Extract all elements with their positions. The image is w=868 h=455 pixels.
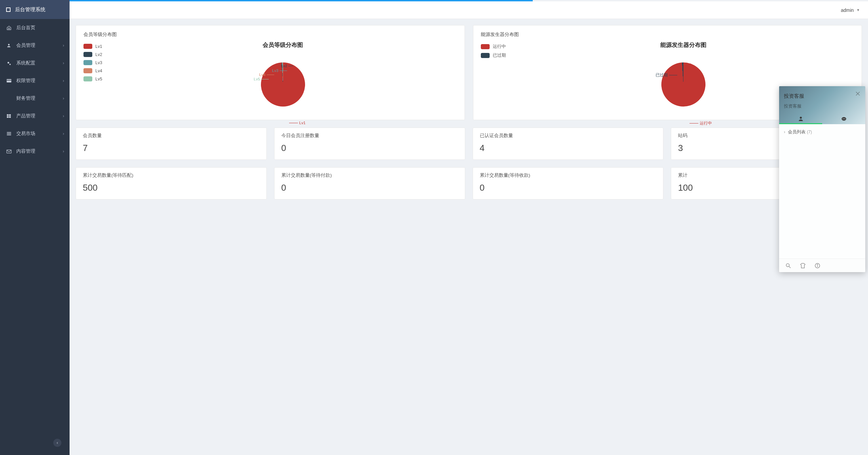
stat-label: 会员数量	[83, 133, 260, 139]
stat-label: 累计交易数量(等待收款)	[480, 172, 657, 178]
chart-legend: 运行中 已过期	[481, 41, 506, 107]
chat-close-button[interactable]	[855, 91, 861, 97]
sidebar-item-label: 后台首页	[16, 25, 35, 31]
content: 会员等级分布图 Lv1 Lv2 Lv3 Lv4 Lv5 会员等级分布图	[70, 19, 868, 455]
svg-rect-6	[9, 114, 11, 116]
sidebar-item-content[interactable]: 内容管理 ›	[0, 143, 70, 160]
svg-rect-5	[7, 114, 8, 116]
chat-group-count: (7)	[807, 130, 812, 134]
legend-item[interactable]: 运行中	[481, 44, 506, 50]
legend-item[interactable]: Lv5	[83, 76, 102, 81]
sidebar-collapse-button[interactable]: ‹	[53, 439, 61, 447]
chat-tab-messages[interactable]	[822, 114, 865, 124]
stat-label: 已认证会员数量	[480, 133, 657, 139]
stat-label: 累计交易数量(等待付款)	[281, 172, 458, 178]
blank-icon	[6, 96, 12, 101]
chevron-right-icon: ›	[63, 61, 64, 65]
legend-item[interactable]: Lv1	[83, 44, 102, 49]
chart-title: 能源发生器分布图	[513, 41, 854, 49]
legend-label: 已过期	[493, 53, 506, 58]
legend-swatch	[83, 44, 92, 49]
sidebar-item-system[interactable]: 系统配置 ›	[0, 54, 70, 72]
stat-card: 累计交易数量(等待匹配)500	[76, 167, 267, 200]
sidebar-item-market[interactable]: 交易市场 ›	[0, 125, 70, 143]
caret-down-icon: ▼	[856, 8, 860, 12]
chat-search-button[interactable]	[785, 263, 791, 269]
chat-skin-button[interactable]	[799, 263, 806, 269]
sidebar-header: 后台管理系统	[0, 0, 70, 19]
sidebar-item-members[interactable]: 会员管理 ›	[0, 37, 70, 54]
chat-title: 投资客服	[784, 93, 804, 99]
legend-swatch	[481, 44, 490, 49]
windows-icon	[6, 113, 12, 119]
chevron-right-icon: ›	[63, 149, 64, 154]
legend-item[interactable]: Lv2	[83, 52, 102, 57]
gears-icon	[6, 60, 12, 66]
svg-rect-12	[6, 150, 11, 153]
pie-callout: 已过期	[656, 73, 677, 78]
legend-label: Lv2	[95, 52, 102, 57]
legend-swatch	[83, 60, 92, 65]
stat-card: 今日会员注册数量0	[274, 128, 465, 160]
chat-header: 投资客服 投资客服	[779, 86, 865, 124]
sidebar: 后台管理系统 后台首页 会员管理 › 系统配置 › 权限管理 › 财务管理 ›	[0, 0, 70, 455]
svg-point-19	[845, 118, 845, 119]
user-menu[interactable]: admin ▼	[841, 7, 860, 13]
card-icon	[6, 78, 12, 83]
chat-subtitle: 投资客服	[784, 103, 801, 109]
stat-value: 4	[480, 143, 657, 153]
chat-tab-contacts[interactable]	[779, 114, 822, 124]
chevron-right-icon: ›	[63, 114, 64, 118]
user-name: admin	[841, 7, 854, 13]
sidebar-item-label: 权限管理	[16, 78, 35, 84]
stat-card: 会员数量7	[76, 128, 267, 160]
sidebar-item-product[interactable]: 产品管理 ›	[0, 107, 70, 125]
pie-callout: 运行中	[690, 121, 712, 126]
panel-title: 能源发生器分布图	[481, 32, 854, 38]
legend-item[interactable]: Lv4	[83, 68, 102, 73]
sidebar-item-label: 系统配置	[16, 60, 35, 66]
legend-label: Lv4	[95, 69, 102, 73]
stat-value: 7	[83, 143, 260, 153]
stat-value: 0	[281, 183, 458, 193]
home-icon	[6, 25, 12, 31]
chat-footer	[779, 259, 865, 272]
chat-group-label: 会员列表	[788, 129, 806, 135]
chart-stage: 会员等级分布图 Lv2 Lv3 Lv4 Lv5 Lv1	[109, 41, 457, 107]
legend-item[interactable]: Lv3	[83, 60, 102, 65]
sidebar-item-home[interactable]: 后台首页	[0, 19, 70, 37]
stat-value: 0	[281, 143, 458, 153]
pie-callout: Lv2	[281, 64, 294, 68]
svg-point-15	[800, 117, 802, 119]
legend-item[interactable]: 已过期	[481, 53, 506, 58]
stat-grid: 会员数量7今日会员注册数量0已认证会员数量4站码3累计交易数量(等待匹配)500…	[76, 128, 862, 200]
svg-rect-3	[6, 79, 11, 82]
topbar: admin ▼	[70, 1, 868, 19]
panel-title: 会员等级分布图	[83, 32, 457, 38]
legend-swatch	[83, 68, 92, 73]
svg-rect-8	[9, 116, 11, 118]
chart-legend: Lv1 Lv2 Lv3 Lv4 Lv5	[83, 41, 102, 107]
chevron-right-icon: ›	[63, 96, 64, 101]
stat-card: 累计交易数量(等待付款)0	[274, 167, 465, 200]
sidebar-item-finance[interactable]: 财务管理 ›	[0, 90, 70, 107]
stat-label: 累计交易数量(等待匹配)	[83, 172, 260, 178]
svg-rect-4	[6, 80, 11, 81]
svg-line-21	[789, 266, 791, 268]
chat-info-button[interactable]	[814, 263, 820, 269]
sidebar-item-label: 产品管理	[16, 113, 35, 119]
svg-point-18	[844, 118, 844, 119]
chat-body: › 会员列表 (7)	[779, 124, 865, 259]
pie-callout: Lv5	[254, 77, 269, 81]
chart-card-member-level: 会员等级分布图 Lv1 Lv2 Lv3 Lv4 Lv5 会员等级分布图	[76, 25, 465, 120]
chat-tabs	[779, 114, 865, 124]
main-area: admin ▼ 会员等级分布图 Lv1 Lv2 Lv3 Lv4 Lv5 会员等级…	[70, 0, 868, 455]
legend-label: Lv3	[95, 60, 102, 65]
legend-swatch	[83, 76, 92, 81]
chat-group-members[interactable]: › 会员列表 (7)	[779, 124, 865, 140]
svg-point-2	[9, 63, 11, 65]
legend-label: Lv1	[95, 44, 102, 49]
svg-rect-7	[7, 116, 8, 118]
sidebar-item-perm[interactable]: 权限管理 ›	[0, 72, 70, 90]
svg-point-24	[817, 264, 818, 265]
